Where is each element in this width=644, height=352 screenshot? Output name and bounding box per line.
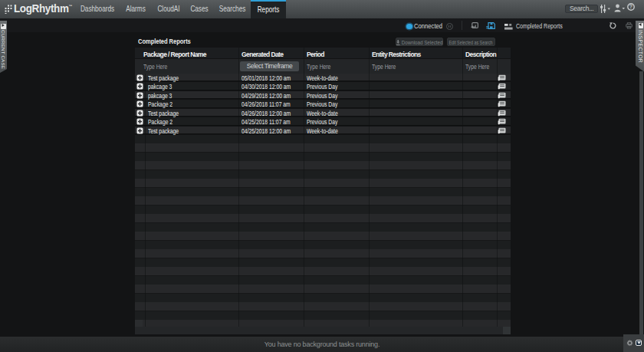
svg-text:?: ?	[629, 4, 632, 9]
